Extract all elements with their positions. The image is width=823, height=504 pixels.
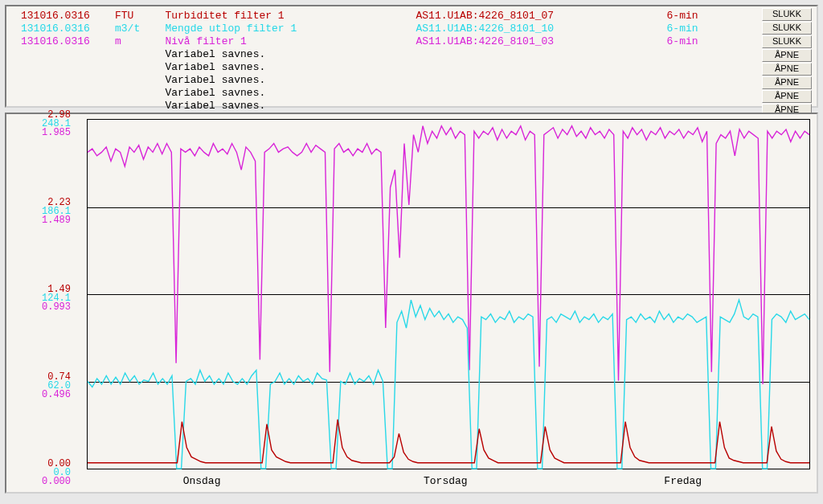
series-nivå-filter-1	[88, 126, 809, 384]
missing-variable-label: Variabel savnes.	[21, 48, 698, 61]
slukk-button[interactable]: SLUKK	[762, 22, 812, 35]
y-axis-tick: 0.993	[0, 301, 71, 313]
series-turbiditet-filter-1	[88, 420, 809, 463]
apne-button[interactable]: ÅPNE	[762, 90, 812, 103]
y-axis-tick: 1.985	[0, 127, 71, 138]
header-button-column: SLUKKSLUKKSLUKKÅPNEÅPNEÅPNEÅPNEÅPNE	[762, 8, 812, 117]
signal-row: 131016.0316 m Nivå filter 1 AS11.U1AB:42…	[21, 35, 698, 48]
signal-list: 131016.0316 FTU Turbiditet filter 1 AS11…	[21, 10, 698, 113]
missing-variable-label: Variabel savnes.	[21, 87, 698, 100]
apne-button[interactable]: ÅPNE	[762, 76, 812, 89]
trend-chart-panel: 2.98248.11.9852.23186.11.4891.49124.10.9…	[5, 113, 818, 494]
x-axis-day-label: Torsdag	[424, 475, 468, 487]
missing-variable-label: Variabel savnes.	[21, 74, 698, 87]
trend-traces	[87, 119, 810, 469]
y-axis-tick: 1.489	[0, 215, 71, 226]
signal-row: 131016.0316 m3/t Mengde utlop filter 1 A…	[21, 23, 698, 35]
series-mengde-utlop-filter-1	[88, 300, 809, 469]
signal-header-panel: 131016.0316 FTU Turbiditet filter 1 AS11…	[5, 5, 818, 108]
missing-variable-label: Variabel savnes.	[21, 61, 698, 74]
apne-button[interactable]: ÅPNE	[762, 63, 812, 76]
x-axis-day-label: Onsdag	[183, 475, 221, 487]
y-axis-tick: 0.000	[0, 476, 71, 487]
missing-variable-label: Variabel savnes.	[21, 100, 698, 113]
apne-button[interactable]: ÅPNE	[762, 49, 812, 62]
y-axis-tick: 0.496	[0, 389, 71, 400]
slukk-button[interactable]: SLUKK	[762, 35, 812, 48]
x-axis-day-label: Fredag	[664, 475, 702, 487]
signal-row: 131016.0316 FTU Turbiditet filter 1 AS11…	[21, 10, 698, 23]
slukk-button[interactable]: SLUKK	[762, 8, 812, 21]
